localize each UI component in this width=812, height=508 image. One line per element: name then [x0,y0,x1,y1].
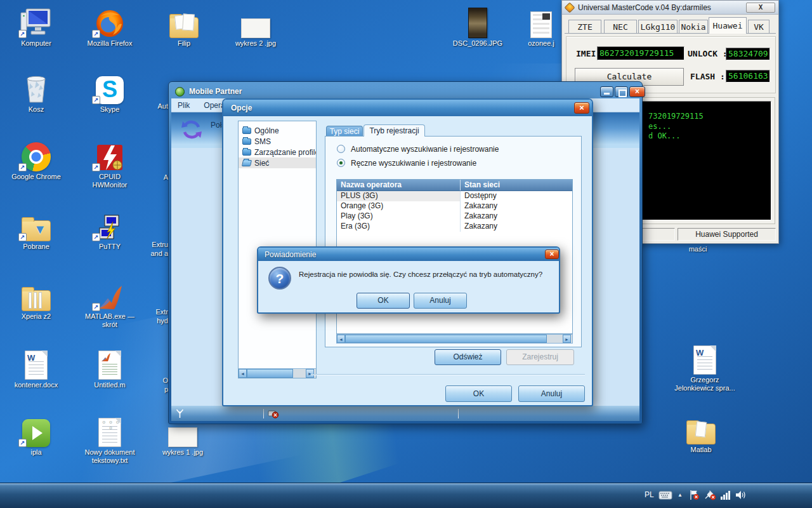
table-horizontal-scrollbar[interactable]: ◄ ► [336,334,573,344]
shortcut-arrow-icon: ↗ [18,163,27,171]
close-button[interactable]: × [574,102,589,114]
radio-automatic-label[interactable]: Automatyczne wyszukiwanie i rejestrowani… [351,145,499,154]
flash-field[interactable]: 56106163 [726,70,770,83]
close-button[interactable]: X [746,3,775,13]
close-button[interactable]: × [545,250,559,259]
desktop-icon-label: Google Chrome [8,173,65,181]
desktop-icon-skype[interactable]: S ↗ Skype [81,71,138,114]
table-row[interactable]: Era (3G)Zakazany [337,222,572,232]
show-hidden-icons[interactable]: ▲ [678,492,683,498]
tree-item-siec[interactable]: Sieć [239,157,316,168]
scroll-left-arrow[interactable]: ◄ [239,369,247,378]
recycle-bin-icon [8,71,65,104]
desktop-icon-kontener[interactable]: W kontener.docx [8,347,65,389]
close-button[interactable]: × [629,86,645,97]
matlab-file-icon [81,347,138,380]
refresh-button[interactable]: Odśwież [435,349,501,365]
imei-field[interactable]: 862732019729115 [597,46,684,60]
register-button[interactable]: Zarejestruj [506,349,574,365]
scroll-thumb[interactable] [345,335,547,343]
radio-manual[interactable] [337,159,345,167]
tree-horizontal-scrollbar[interactable]: ◄ ► [239,368,316,378]
desktop-icon-dsc[interactable]: DSC_0296.JPG [443,5,513,48]
desktop-icon-putty[interactable]: ↗ PuTTY [81,208,138,251]
downloads-folder-icon: ▼ ↗ [8,208,65,241]
action-center-flag-icon[interactable] [689,490,700,500]
statusbar-separator [458,409,459,418]
desktop-icon-untitled-m[interactable]: Untitled.m [81,347,138,389]
photo-file-icon [443,5,513,38]
table-row[interactable]: Play (3G)Zakazany [337,211,572,222]
menu-plik[interactable]: Plik [178,101,190,110]
desktop-icon-firefox[interactable]: ↗ Mozilla Firefox [81,5,138,48]
desktop-icon-filip[interactable]: Filip [155,5,213,48]
notification-titlebar[interactable]: Powiadomienie [258,248,559,261]
radio-automatic[interactable] [337,145,345,153]
desktop-icon-label: ipla [8,448,65,457]
tab-nokia[interactable]: Nokia [679,20,708,34]
desktop-icon-kosz[interactable]: Kosz [8,71,65,114]
table-row[interactable]: PLUS (3G)Dostępny [337,191,572,201]
window-title: Universal MasterCode v.04 By:darmiles [578,3,711,12]
maximize-button[interactable] [615,86,628,97]
tree-item-zarzadzanie[interactable]: Zarządzanie profilem [239,147,316,157]
tab-huawei[interactable]: Huawei [709,17,747,34]
scroll-thumb[interactable] [247,369,293,378]
desktop-icon-pobrane[interactable]: ▼ ↗ Pobrane [8,208,65,251]
ok-button[interactable]: OK [357,293,410,309]
desktop: ↗ Komputer ↗ Mozilla Firefox Filip wykre… [0,0,812,508]
shortcut-arrow-icon: ↗ [92,303,100,311]
tab-vk[interactable]: VK [748,20,769,34]
network-signal-icon[interactable] [721,490,730,500]
tab-lgkg110[interactable]: LGkg110 [638,20,678,34]
desktop-icon-matlab-folder[interactable]: Matlab [672,411,730,454]
desktop-icon-nowy[interactable]: o o o o Nowy dokument tekstowy.txt [81,414,138,465]
column-header-operator[interactable]: Nazwa operatora [337,180,461,190]
scroll-left-arrow[interactable]: ◄ [337,335,345,343]
tree-item-sms[interactable]: SMS [239,136,316,147]
table-header: Nazwa operatora Stan sieci [337,180,572,191]
tab-zte[interactable]: ZTE [568,20,601,34]
tab-nec[interactable]: NEC [604,20,637,34]
cancel-button[interactable]: Anuluj [414,293,467,309]
desktop-icon-masci[interactable]: maści [669,244,726,253]
radio-manual-label[interactable]: Ręczne wyszukiwanie i rejestrowanie [351,159,476,168]
scroll-right-arrow[interactable]: ► [563,335,571,343]
desktop-icon-chrome[interactable]: ↗ Google Chrome [8,138,65,181]
minimize-button[interactable] [600,86,613,97]
desktop-icon-komputer[interactable]: ↗ Komputer [8,5,65,48]
tab-pane: Automatyczne wyszukiwanie i rejestrowani… [325,136,582,347]
tree-item-ogolne[interactable]: Ogólne [239,125,316,136]
desktop-icon-ozonee[interactable]: ozonee.j [520,9,562,48]
desktop-icon-label: Kosz [8,105,65,114]
ok-button[interactable]: OK [445,385,512,402]
desktop-icon-xperia[interactable]: Xperia z2 [8,278,65,321]
opcje-titlebar[interactable]: Opcje [223,100,592,116]
volume-icon[interactable] [735,490,746,500]
tab-typ-sieci[interactable]: Typ sieci [326,126,363,137]
cancel-button[interactable]: Anuluj [518,385,585,402]
desktop-icon-ipla[interactable]: ↗ ipla [8,414,65,457]
desktop-icon-wykres2[interactable]: wykres 2 .jpg [227,11,284,48]
keyboard-tray-icon[interactable] [658,490,672,500]
desktop-icon-grzegorz[interactable]: W Grzegorz Jelonkiewicz spra... [670,342,740,392]
shortcut-arrow-icon: ↗ [18,439,27,447]
desktop-icon-label: ozonee.j [520,39,562,48]
desktop-icon-label: Skype [81,105,138,114]
connect-sync-icon[interactable] [180,118,203,141]
scroll-right-arrow[interactable]: ► [306,369,314,378]
desktop-icon-wykres1[interactable]: wykres 1 .jpg [154,424,211,457]
desktop-icon-matlab-skrot[interactable]: ↗ MATLAB.exe — skrót [81,278,138,329]
desktop-icon-cpuid[interactable]: ↗ CPUID HWMonitor [81,138,138,189]
unlock-field[interactable]: 58324709 [726,48,770,60]
console-line: 732019729115 [648,112,704,121]
desktop-icon-label: PuTTY [81,243,138,251]
ipla-icon: ↗ [8,414,65,447]
table-row[interactable]: Orange (3G)Zakazany [337,201,572,211]
power-plug-problem-icon[interactable] [704,490,717,500]
column-header-status[interactable]: Stan sieci [461,180,572,190]
tab-tryb-rejestracji[interactable]: Tryb rejestracji [363,124,425,137]
matlab-icon: ↗ [81,278,138,311]
mobile-partner-titlebar[interactable]: Mobile Partner × [171,84,639,98]
tray-language[interactable]: PL [645,490,654,499]
